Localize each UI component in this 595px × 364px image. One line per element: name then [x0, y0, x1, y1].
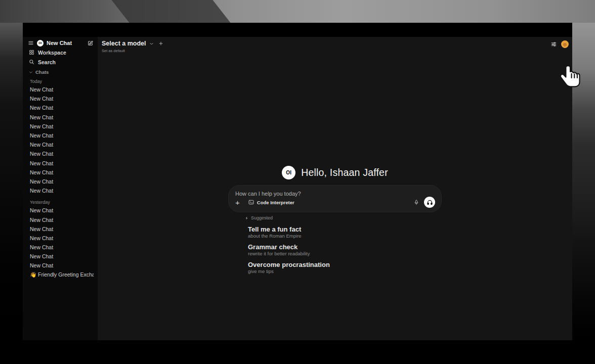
- search-icon: [29, 59, 34, 65]
- openwebui-logo: OI: [282, 166, 295, 179]
- chat-list-item[interactable]: New Chat: [28, 261, 94, 270]
- backdrop-top: [0, 0, 595, 23]
- chat-list-item[interactable]: New Chat: [28, 224, 94, 234]
- new-chat-button[interactable]: [87, 40, 94, 47]
- edit-icon: [87, 40, 94, 47]
- openwebui-logo-text: OI: [286, 170, 291, 175]
- voice-call-button[interactable]: [424, 197, 435, 208]
- suggested-prompt[interactable]: Tell me a fun fact about the Roman Empir…: [245, 225, 442, 239]
- chats-section-header[interactable]: Chats: [28, 67, 94, 77]
- prompt-subtitle: give me tips: [248, 268, 442, 275]
- chat-list-item[interactable]: New Chat: [28, 122, 94, 131]
- prompt-title: Grammar check: [248, 243, 442, 251]
- set-default-link[interactable]: Set as default: [102, 49, 163, 53]
- greeting-text: Hello, Ishaan Jaffer: [301, 167, 388, 178]
- chat-list-item[interactable]: New Chat: [28, 85, 94, 94]
- chat-list-item[interactable]: New Chat: [28, 168, 94, 177]
- search-label: Search: [38, 59, 56, 65]
- mic-icon: [413, 199, 419, 206]
- backdrop-right: [572, 23, 595, 340]
- workspace-label: Workspace: [38, 50, 66, 56]
- sidebar: OI New Chat Workspace Search Chats: [23, 37, 98, 340]
- add-model-icon[interactable]: [158, 41, 163, 46]
- prompt-title: Overcome procrastination: [248, 261, 442, 268]
- prompt-title: Tell me a fun fact: [248, 225, 442, 233]
- sidebar-item-workspace[interactable]: Workspace: [28, 48, 94, 57]
- suggested-header: Suggested: [245, 214, 442, 221]
- chat-controls-button[interactable]: [550, 41, 557, 48]
- chat-input-box: + Code Interpreter: [228, 185, 442, 212]
- chat-list-item[interactable]: New Chat: [28, 243, 94, 252]
- attach-button[interactable]: +: [235, 199, 240, 206]
- model-selector[interactable]: Select a model: [102, 40, 163, 47]
- sidebar-item-search[interactable]: Search: [28, 57, 94, 67]
- chat-group-label-today: Today: [28, 77, 94, 85]
- greeting-row: OI Hello, Ishaan Jaffer: [98, 166, 572, 179]
- chat-group-label-yesterday: Yesterday: [28, 198, 94, 206]
- chat-list-item[interactable]: New Chat: [28, 252, 94, 261]
- chat-list-item[interactable]: New Chat: [28, 177, 94, 186]
- user-avatar[interactable]: [561, 40, 569, 48]
- sidebar-header: OI New Chat: [28, 37, 94, 48]
- app-logo-text: OI: [38, 41, 41, 44]
- prompt-subtitle: rewrite it for better readability: [248, 251, 442, 257]
- grid-icon: [29, 50, 34, 55]
- suggested-section: Suggested Tell me a fun fact about the R…: [228, 214, 442, 275]
- chat-list-item[interactable]: New Chat: [28, 131, 94, 140]
- suggested-prompt[interactable]: Grammar check rewrite it for better read…: [245, 243, 442, 257]
- main-panel: Select a model Set as default OI Hello, …: [98, 37, 572, 340]
- chat-list-item[interactable]: New Chat: [28, 206, 94, 215]
- sidebar-toggle-button[interactable]: [28, 40, 34, 46]
- chat-list-item[interactable]: New Chat: [28, 234, 94, 243]
- chat-list-item[interactable]: New Chat: [28, 159, 94, 168]
- suggested-prompts: Tell me a fun fact about the Roman Empir…: [245, 225, 442, 275]
- chat-list-item[interactable]: New Chat: [28, 103, 94, 112]
- chat-list-item[interactable]: New Chat: [28, 149, 94, 158]
- app-window: OI New Chat Workspace Search Chats: [23, 23, 572, 340]
- chat-list-item[interactable]: New Chat: [28, 215, 94, 224]
- suggested-label: Suggested: [251, 215, 273, 220]
- chat-list-yesterday: New ChatNew ChatNew ChatNew ChatNew Chat…: [28, 206, 94, 280]
- code-interpreter-toggle[interactable]: Code Interpreter: [248, 199, 294, 205]
- mic-button[interactable]: [413, 199, 419, 206]
- chevron-down-icon: [29, 70, 33, 74]
- menu-icon: [28, 40, 34, 46]
- app-logo: OI: [37, 40, 44, 47]
- backdrop-left: [0, 23, 23, 340]
- suggested-prompt[interactable]: Overcome procrastination give me tips: [245, 261, 442, 275]
- bolt-icon: [245, 216, 249, 220]
- model-selector-label: Select a model: [102, 40, 146, 47]
- chat-list-item[interactable]: New Chat: [28, 94, 94, 103]
- chat-list-item[interactable]: New Chat: [28, 186, 94, 195]
- sidebar-title: New Chat: [47, 40, 84, 46]
- chat-list-item[interactable]: 👋 Friendly Greeting Exchange: [28, 270, 94, 280]
- code-interpreter-label: Code Interpreter: [257, 200, 294, 205]
- chevron-down-icon: [149, 41, 154, 46]
- screenshot-stage: OI New Chat Workspace Search Chats: [0, 0, 595, 364]
- terminal-icon: [248, 199, 254, 205]
- backdrop-bottom: [0, 340, 595, 364]
- chat-list-item[interactable]: New Chat: [28, 113, 94, 122]
- sliders-icon: [550, 41, 557, 48]
- chat-list-item[interactable]: New Chat: [28, 140, 94, 149]
- chats-label: Chats: [35, 69, 49, 75]
- headphones-icon: [427, 199, 433, 206]
- chat-list-today: New ChatNew ChatNew ChatNew ChatNew Chat…: [28, 85, 94, 195]
- window-top-strip: [23, 23, 572, 37]
- chat-input[interactable]: [235, 191, 435, 197]
- prompt-subtitle: about the Roman Empire: [248, 233, 442, 239]
